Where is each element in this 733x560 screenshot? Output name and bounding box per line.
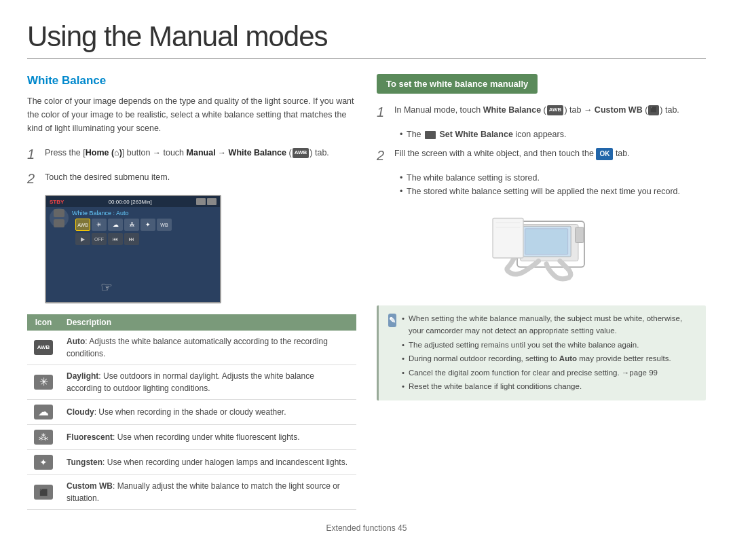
right-step-2: 2 Fill the screen with a white object, a… xyxy=(377,147,706,164)
icon-cell-cloudy: ☁ xyxy=(27,400,60,425)
note-inner: ✎ When setting the white balance manuall… xyxy=(388,312,696,394)
cam-bottom-icon-2: OFF xyxy=(92,233,107,245)
cam-bottom-icon-4: ⏭ xyxy=(124,233,139,245)
note-bullet-1: When setting the white balance manually,… xyxy=(402,312,696,337)
step-2-bullet-2: The stored white balance setting will be… xyxy=(400,185,706,198)
table-row: ✳ Daylight: Use outdoors in normal dayli… xyxy=(27,365,356,400)
camera-stby: STBY xyxy=(50,199,64,205)
camera-screen-mockup: STBY 00:00:00 [263Min] White Balance : A… xyxy=(45,195,221,303)
desc-cell-tungsten: Tungsten: Use when recording under halog… xyxy=(60,450,356,475)
table-row: ⁂ Fluorescent: Use when recording under … xyxy=(27,425,356,450)
right-step-1: 1 In Manual mode, touch White Balance (A… xyxy=(377,103,706,121)
ok-badge: OK xyxy=(596,148,613,160)
right-step-2-number: 2 xyxy=(377,147,389,164)
right-step-1-number: 1 xyxy=(377,103,389,121)
desc-cell-daylight: Daylight: Use outdoors in normal dayligh… xyxy=(60,365,356,400)
icon-cell-auto: AWB xyxy=(27,331,60,365)
step-1-bullet-1: The Set White Balance icon appears. xyxy=(400,128,706,141)
camera-wb-display: White Balance : Auto AWB ✳ ☁ ⁂ ✦ WB ▶ OF… xyxy=(72,208,175,247)
camera-icons-top xyxy=(196,198,217,205)
note-icon: ✎ xyxy=(388,314,396,327)
camera-illustration xyxy=(481,208,603,296)
step-1-text: Press the [Home (⌂)] button → touch Manu… xyxy=(45,146,329,160)
page-footer: Extended functions 45 xyxy=(27,523,706,533)
desc-cell-cloudy: Cloudy: Use when recording in the shade … xyxy=(60,400,356,425)
camera-illustration-container xyxy=(377,208,706,296)
icon-tungsten: ✦ xyxy=(34,455,53,470)
right-section-header: To set the white balance manually xyxy=(377,74,538,94)
note-bullet-4: Cancel the digital zoom function for cle… xyxy=(402,367,696,379)
icon-auto: AWB xyxy=(34,340,53,355)
table-row: ⬛ Custom WB: Manually adjust the white b… xyxy=(27,475,356,510)
footer-text: Extended functions 45 xyxy=(326,523,407,533)
camera-menu-row: AWB ✳ ☁ ⁂ ✦ WB xyxy=(75,219,172,231)
left-column: White Balance The color of your image de… xyxy=(27,74,356,510)
svg-rect-3 xyxy=(575,227,584,243)
step-1: 1 Press the [Home (⌂)] button → touch Ma… xyxy=(27,146,356,162)
step-2: 2 Touch the desired submenu item. xyxy=(27,170,356,187)
cam-bottom-icon-1: ▶ xyxy=(75,233,90,245)
table-row: ☁ Cloudy: Use when recording in the shad… xyxy=(27,400,356,425)
cam-menu-icon-custom: WB xyxy=(157,219,172,231)
note-bullets: When setting the white balance manually,… xyxy=(402,312,696,392)
step-2-number: 2 xyxy=(27,170,39,187)
page-title: Using the Manual modes xyxy=(27,20,706,53)
camera-wb-label: White Balance : Auto xyxy=(72,210,175,217)
note-content: When setting the white balance manually,… xyxy=(402,312,696,394)
desc-cell-customwb: Custom WB: Manually adjust the white bal… xyxy=(60,475,356,510)
svg-rect-7 xyxy=(493,219,523,259)
table-header-description: Description xyxy=(60,314,356,331)
table-header-icon: Icon xyxy=(27,314,60,331)
note-bullet-5: Reset the white balance if light conditi… xyxy=(402,380,696,392)
cam-bottom-icon-3: ⏮ xyxy=(108,233,123,245)
cam-menu-icon-auto: AWB xyxy=(75,219,90,231)
icon-fluorescent: ⁂ xyxy=(34,430,53,445)
camera-cursor: ☞ xyxy=(100,279,113,295)
icon-cell-daylight: ✳ xyxy=(27,365,60,400)
cam-menu-icon-bulb: ✦ xyxy=(140,219,155,231)
desc-cell-auto: Auto: Adjusts the white balance automati… xyxy=(60,331,356,365)
icon-description-table: Icon Description AWB Auto: Adjusts the w… xyxy=(27,314,356,510)
right-step-1-text: In Manual mode, touch White Balance (AWB… xyxy=(394,103,679,117)
wb-icon-inline: AWB xyxy=(293,148,309,158)
icon-cell-customwb: ⬛ xyxy=(27,475,60,510)
intro-text: The color of your image depends on the t… xyxy=(27,94,356,135)
svg-rect-6 xyxy=(525,229,567,255)
desc-cell-fluorescent: Fluorescent: Use when recording under wh… xyxy=(60,425,356,450)
title-divider xyxy=(27,58,706,59)
section-heading-white-balance: White Balance xyxy=(27,74,356,88)
step-1-number: 1 xyxy=(27,146,39,162)
camera-bottom-row: ▶ OFF ⏮ ⏭ xyxy=(75,233,172,245)
icon-daylight: ✳ xyxy=(34,375,53,390)
icon-customwb: ⬛ xyxy=(34,485,53,500)
step-2-text: Touch the desired submenu item. xyxy=(45,170,170,184)
note-bullet-3: During normal outdoor recording, setting… xyxy=(402,352,696,365)
camera-time: 00:00:00 [263Min] xyxy=(109,199,152,205)
icon-cell-fluorescent: ⁂ xyxy=(27,425,60,450)
camera-top-bar: STBY 00:00:00 [263Min] xyxy=(46,196,220,207)
note-bullet-2: The adjusted setting remains until you s… xyxy=(402,339,696,351)
step-2-bullets: The white balance setting is stored. The… xyxy=(394,171,706,198)
step-1-bullets: The Set White Balance icon appears. xyxy=(394,128,706,141)
main-content: White Balance The color of your image de… xyxy=(27,74,706,510)
table-row: AWB Auto: Adjusts the white balance auto… xyxy=(27,331,356,365)
set-wb-icon xyxy=(425,131,436,139)
camera-left-icons xyxy=(50,208,69,227)
icon-cell-tungsten: ✦ xyxy=(27,450,60,475)
custom-wb-icon: ⬛ xyxy=(648,105,659,115)
icon-cloudy: ☁ xyxy=(34,405,53,419)
cam-menu-icon-sun: ✳ xyxy=(92,219,107,231)
camera-icon-2 xyxy=(207,198,217,205)
camera-icon-1 xyxy=(196,198,206,205)
step-2-bullet-1: The white balance setting is stored. xyxy=(400,171,706,185)
table-row: ✦ Tungsten: Use when recording under hal… xyxy=(27,450,356,475)
right-column: To set the white balance manually 1 In M… xyxy=(377,74,706,510)
note-box: ✎ When setting the white balance manuall… xyxy=(377,305,706,400)
right-step-2-text: Fill the screen with a white object, and… xyxy=(394,147,630,160)
cam-menu-icon-cloud: ☁ xyxy=(108,219,123,231)
cam-menu-icon-fluor: ⁂ xyxy=(124,219,139,231)
wb-icon-right: AWB xyxy=(547,105,564,115)
